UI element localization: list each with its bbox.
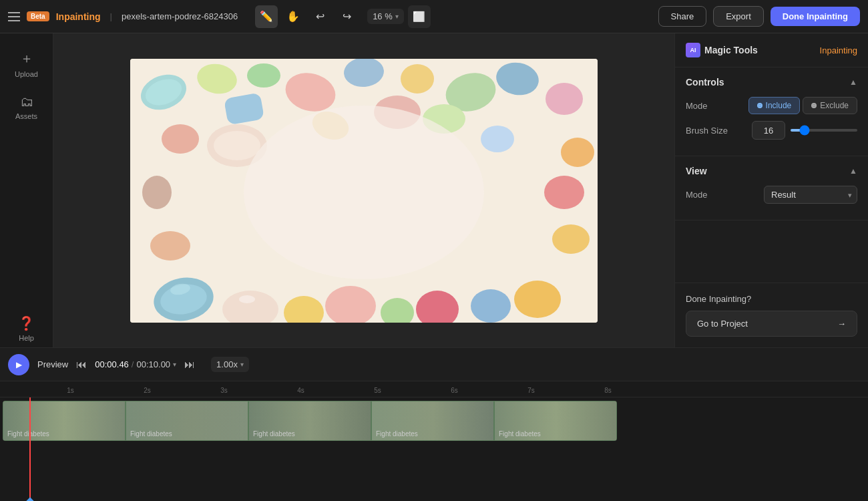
done-inpainting-section: Done Inpainting? Go to Project → <box>675 283 868 347</box>
ruler-tick-1s: 1s <box>32 387 109 394</box>
help-icon: ❓ <box>18 315 35 331</box>
brush-size-slider[interactable] <box>791 129 857 132</box>
sidebar-item-upload[interactable]: ＋ Upload <box>5 44 48 84</box>
view-header: View ▲ <box>686 166 857 176</box>
sidebar-item-help[interactable]: ❓ Help <box>5 310 48 347</box>
time-current: 00:00.46 <box>95 359 129 369</box>
svg-point-27 <box>471 289 511 323</box>
view-mode-select[interactable]: Result Original Split <box>764 186 857 204</box>
view-title: View <box>686 166 707 176</box>
brush-size-row: Brush Size 16 <box>686 121 857 140</box>
view-section: View ▲ Mode Result Original Split <box>675 156 868 220</box>
exclude-label: Exclude <box>820 101 849 110</box>
ruler-marks: 1s 2s 3s 4s 5s 6s 7s 8s <box>27 387 646 394</box>
share-button[interactable]: Share <box>658 6 707 27</box>
upload-label: Upload <box>15 70 38 78</box>
playhead-handle-bottom <box>26 497 33 501</box>
view-mode-select-wrapper: Result Original Split <box>764 186 857 204</box>
speed-value: 1.00x <box>216 359 238 369</box>
done-inpainting-title: Done Inpainting? <box>686 294 857 304</box>
svg-point-6 <box>247 63 280 88</box>
timeline[interactable]: 1s 2s 3s 4s 5s 6s 7s 8s Fight diabetes <box>0 381 868 501</box>
menu-icon[interactable] <box>8 12 20 21</box>
preview-label: Preview <box>37 359 68 369</box>
right-panel: AI Magic Tools Inpainting Controls ▲ Mod… <box>674 33 868 347</box>
video-track[interactable]: Fight diabetes Fight diabetes Fight diab… <box>3 401 617 441</box>
beta-badge: Beta <box>27 11 49 21</box>
brush-size-input[interactable]: 16 <box>752 121 785 140</box>
time-separator: / <box>132 359 134 369</box>
timeline-tracks[interactable]: Fight diabetes Fight diabetes Fight diab… <box>0 397 868 501</box>
ruler-tick-0 <box>27 387 32 394</box>
segment-label-2: Fight diabetes <box>130 430 172 438</box>
skip-forward-button[interactable]: ⏭ <box>184 359 195 371</box>
svg-point-4 <box>162 124 199 154</box>
go-to-project-label: Go to Project <box>697 319 748 329</box>
help-label: Help <box>19 334 34 342</box>
time-display: 00:00.46 / 00:10.00 ▾ <box>95 359 176 369</box>
ruler-tick-8s: 8s <box>570 387 646 394</box>
track-segment-5[interactable]: Fight diabetes <box>494 401 617 441</box>
canvas-area[interactable] <box>53 33 674 347</box>
ruler-tick-6s: 6s <box>416 387 493 394</box>
speed-control[interactable]: 1.00x ▾ <box>211 357 249 372</box>
zoom-control[interactable]: 16 % ▾ <box>367 9 404 24</box>
svg-point-19 <box>150 231 190 261</box>
go-to-project-arrow-icon: → <box>837 319 846 329</box>
assets-label: Assets <box>15 112 37 120</box>
export-button[interactable]: Export <box>713 6 764 27</box>
sidebar-item-assets[interactable]: 🗂 Assets <box>5 89 48 126</box>
hand-tool-button[interactable]: ✋ <box>282 5 304 28</box>
pen-tool-button[interactable]: ✏️ <box>255 5 278 28</box>
segment-label-1: Fight diabetes <box>7 430 49 438</box>
track-segment-1[interactable]: Fight diabetes <box>3 401 126 441</box>
svg-point-28 <box>514 281 561 318</box>
playback-bar: ▶ Preview ⏮ 00:00.46 / 00:10.00 ▾ ⏭ 1.00… <box>0 348 868 381</box>
ruler-tick-5s: 5s <box>339 387 416 394</box>
controls-section: Controls ▲ Mode Include Exclude <box>675 67 868 156</box>
track-segment-2[interactable]: Fight diabetes <box>126 401 248 441</box>
track-segment-4[interactable]: Fight diabetes <box>371 401 494 441</box>
include-mode-button[interactable]: Include <box>748 97 801 114</box>
brush-size-label: Brush Size <box>686 126 728 136</box>
playhead[interactable] <box>29 397 31 501</box>
svg-point-14 <box>546 83 583 115</box>
svg-point-16 <box>544 176 584 209</box>
toolbar-tools: ✏️ ✋ ↩ ↪ 16 % ▾ ⬜ <box>255 5 431 28</box>
mode-buttons: Include Exclude <box>748 97 857 114</box>
done-inpainting-button[interactable]: Done Inpainting <box>771 7 860 26</box>
play-button[interactable]: ▶ <box>8 354 29 375</box>
title-divider: | <box>110 11 112 21</box>
time-dropdown-icon[interactable]: ▾ <box>173 361 176 368</box>
fullscreen-button[interactable]: ⬜ <box>408 5 431 28</box>
view-collapse-icon[interactable]: ▲ <box>849 166 857 176</box>
project-title: Inpainting <box>56 11 101 22</box>
undo-button[interactable]: ↩ <box>308 5 331 28</box>
track-segment-3[interactable]: Fight diabetes <box>248 401 371 441</box>
ruler-tick-2s: 2s <box>109 387 186 394</box>
svg-point-17 <box>552 224 590 254</box>
mode-row: Mode Include Exclude <box>686 97 857 114</box>
controls-collapse-icon[interactable]: ▲ <box>849 77 857 87</box>
inpainting-label: Inpainting <box>820 45 857 55</box>
mode-label: Mode <box>686 101 708 111</box>
exclude-mode-button[interactable]: Exclude <box>803 97 857 114</box>
zoom-arrow-icon: ▾ <box>395 13 399 20</box>
brush-size-controls: 16 <box>752 121 857 140</box>
exclude-dot-icon <box>811 103 817 108</box>
file-name: pexels-artem-podrez-6824306 <box>122 11 238 21</box>
svg-point-30 <box>239 295 255 303</box>
ai-badge: AI <box>686 43 700 57</box>
view-mode-label: Mode <box>686 190 708 200</box>
ruler-tick-7s: 7s <box>493 387 570 394</box>
ruler-tick-4s: 4s <box>262 387 339 394</box>
controls-header: Controls ▲ <box>686 77 857 88</box>
redo-button[interactable]: ↪ <box>335 5 358 28</box>
go-to-project-button[interactable]: Go to Project → <box>686 311 857 337</box>
view-mode-row: Mode Result Original Split <box>686 186 857 204</box>
zoom-value: 16 % <box>373 11 393 21</box>
include-dot-icon <box>757 103 763 108</box>
skip-back-button[interactable]: ⏮ <box>76 359 87 371</box>
bottom-area: ▶ Preview ⏮ 00:00.46 / 00:10.00 ▾ ⏭ 1.00… <box>0 347 868 501</box>
canvas-image[interactable] <box>130 59 598 323</box>
